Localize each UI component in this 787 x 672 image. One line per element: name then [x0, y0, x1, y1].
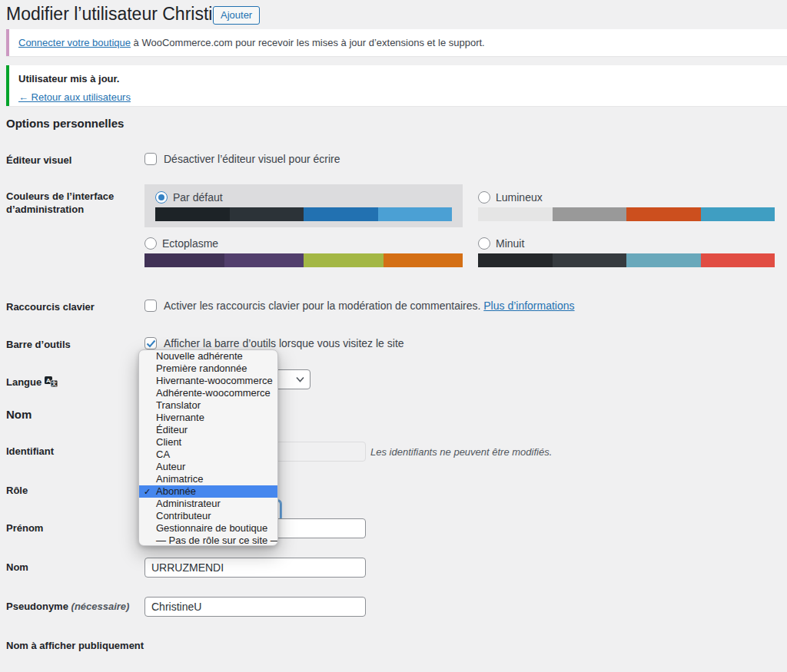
swatch: [304, 207, 378, 221]
role-menu-item[interactable]: Translator: [139, 399, 277, 412]
role-menu-item-label: Abonnée: [156, 485, 196, 497]
swatch: [230, 207, 304, 221]
role-menu-item[interactable]: Nouvelle adhérente: [139, 350, 277, 362]
role-menu-item[interactable]: Administrateur: [139, 498, 277, 510]
first-name-label: Prénom: [6, 523, 138, 534]
role-menu-item-selected[interactable]: ✓Abonnée: [139, 485, 277, 498]
last-name-label: Nom: [6, 562, 138, 573]
color-scheme-option-default[interactable]: Par défaut: [144, 184, 463, 227]
toolbar-label: Barre d’outils: [6, 338, 138, 351]
visual-editor-checkbox-label: Désactiver l’éditeur visuel pour écrire: [164, 153, 340, 166]
role-dropdown-menu: Nouvelle adhérente Première randonnée Hi…: [138, 349, 278, 546]
nickname-label-text: Pseudonyme: [6, 601, 68, 612]
swatch: [378, 207, 453, 221]
swatch: [304, 253, 384, 267]
swatch: [553, 253, 627, 267]
color-scheme-radio-ectoplasm[interactable]: [144, 237, 157, 250]
swatch: [224, 253, 304, 267]
last-name-input[interactable]: [144, 558, 366, 578]
swatch: [701, 207, 775, 221]
back-to-users-link[interactable]: ← Retour aux utilisateurs: [18, 91, 131, 103]
color-scheme-radio-midnight[interactable]: [478, 237, 490, 250]
role-menu-item[interactable]: Adhérente-woocommerce: [139, 387, 277, 399]
check-icon: [146, 339, 156, 348]
role-label: Rôle: [6, 485, 138, 496]
visual-editor-row: Désactiver l’éditeur visuel pour écrire: [144, 153, 340, 166]
connect-store-link[interactable]: Connecter votre boutique: [18, 37, 131, 48]
woocommerce-notice: Connecter votre boutique à WooCommerce.c…: [6, 29, 787, 56]
admin-colors-label-line2: d’administration: [6, 203, 138, 216]
chevron-down-icon: [296, 376, 304, 382]
toolbar-checkbox[interactable]: [144, 337, 157, 349]
swatch: [626, 253, 701, 267]
visual-editor-label: Éditeur visuel: [6, 154, 138, 167]
display-name-label: Nom à afficher publiquement: [6, 641, 144, 651]
username-label: Identifiant: [6, 446, 138, 457]
swatch: [626, 207, 701, 221]
user-updated-notice: Utilisateur mis à jour. ← Retour aux uti…: [6, 65, 787, 106]
swatch: [384, 253, 463, 267]
swatch: [701, 253, 775, 267]
swatch: [553, 207, 627, 221]
keyboard-shortcuts-label: Raccourcis clavier: [6, 300, 138, 313]
toolbar-row: Afficher la barre d’outils lorsque vous …: [144, 337, 404, 350]
color-scheme-option-midnight[interactable]: Minuit: [478, 230, 775, 273]
color-scheme-swatches: [478, 253, 775, 267]
user-updated-message: Utilisateur mis à jour.: [18, 73, 778, 84]
checkmark-icon: ✓: [144, 485, 151, 498]
color-scheme-option-light[interactable]: Lumineux: [478, 184, 775, 227]
swatch: [144, 253, 224, 267]
swatch: [478, 207, 553, 221]
nickname-label: Pseudonyme (nécessaire): [6, 601, 138, 612]
role-menu-item[interactable]: Première randonnée: [139, 362, 277, 375]
role-menu-item[interactable]: Client: [139, 436, 277, 449]
role-menu-item[interactable]: Gestionnaire de boutique: [139, 522, 277, 535]
swatch: [478, 253, 553, 267]
language-label: LangueA文: [6, 376, 138, 390]
role-menu-item[interactable]: Hivernante-woocommerce: [139, 375, 277, 387]
color-scheme-radio-light[interactable]: [478, 191, 490, 204]
color-scheme-swatches: [155, 207, 452, 221]
toolbar-checkbox-label: Afficher la barre d’outils lorsque vous …: [164, 337, 404, 350]
role-menu-item[interactable]: Auteur: [139, 461, 277, 473]
role-menu-item[interactable]: Animatrice: [139, 473, 277, 485]
role-menu-item[interactable]: — Pas de rôle sur ce site —: [139, 535, 277, 546]
role-menu-item[interactable]: CA: [139, 449, 277, 461]
keyboard-shortcuts-checkbox-label: Activer les raccourcis clavier pour la m…: [164, 300, 480, 312]
language-label-text: Langue: [6, 376, 42, 388]
translation-icon: A文: [45, 376, 58, 390]
color-scheme-swatches: [478, 207, 775, 221]
role-menu-item[interactable]: Hivernante: [139, 412, 277, 424]
color-scheme-name: Par défaut: [173, 191, 223, 204]
color-scheme-radio-default[interactable]: [155, 191, 168, 204]
color-scheme-option-ectoplasm[interactable]: Ectoplasme: [144, 230, 463, 273]
add-user-button[interactable]: Ajouter: [213, 6, 260, 25]
color-scheme-name: Lumineux: [496, 191, 543, 204]
nickname-input[interactable]: [144, 597, 366, 617]
woocommerce-notice-text: à WooCommerce.com pour recevoir les mise…: [131, 37, 485, 48]
more-information-link[interactable]: Plus d’informations: [483, 300, 574, 312]
username-note: Les identifiants ne peuvent être modifié…: [370, 446, 552, 458]
name-section-heading: Nom: [6, 408, 32, 421]
admin-colors-label-line1: Couleurs de l’interface: [6, 190, 138, 203]
color-scheme-name: Ectoplasme: [162, 237, 218, 250]
keyboard-shortcuts-row: Activer les raccourcis clavier pour la m…: [144, 300, 575, 313]
color-scheme-name: Minuit: [496, 237, 524, 250]
svg-text:A: A: [46, 377, 51, 384]
personal-options-heading: Options personnelles: [6, 117, 124, 130]
svg-text:文: 文: [51, 380, 57, 386]
role-menu-item[interactable]: Éditeur: [139, 424, 277, 436]
swatch: [155, 207, 230, 221]
role-menu-item[interactable]: Contributeur: [139, 510, 277, 522]
color-scheme-swatches: [144, 253, 463, 267]
keyboard-shortcuts-checkbox[interactable]: [144, 300, 157, 312]
admin-colors-label: Couleurs de l’interface d’administration: [6, 190, 138, 216]
nickname-required-note: (nécessaire): [71, 601, 130, 612]
visual-editor-checkbox[interactable]: [144, 153, 157, 165]
color-scheme-picker: Par défaut Lumineux Ectoplasme Minuit: [144, 184, 775, 273]
